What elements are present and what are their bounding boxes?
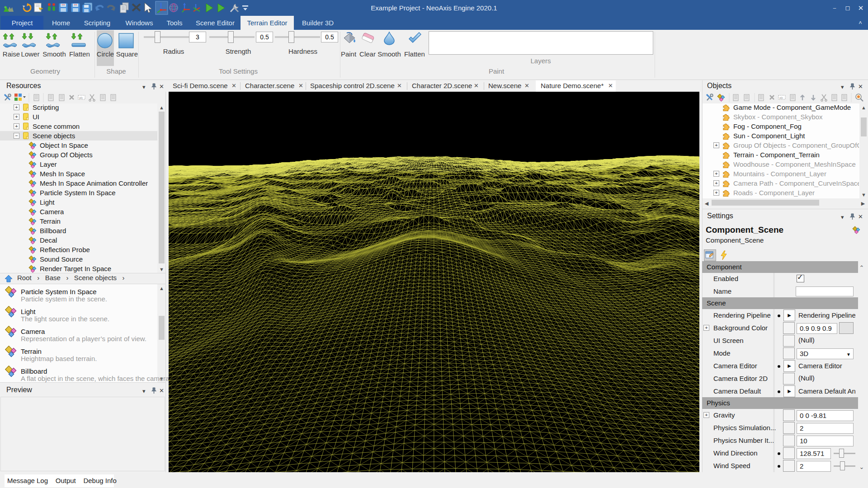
svg-text:ab: ab <box>79 96 83 99</box>
svg-text:ab: ab <box>779 96 783 99</box>
